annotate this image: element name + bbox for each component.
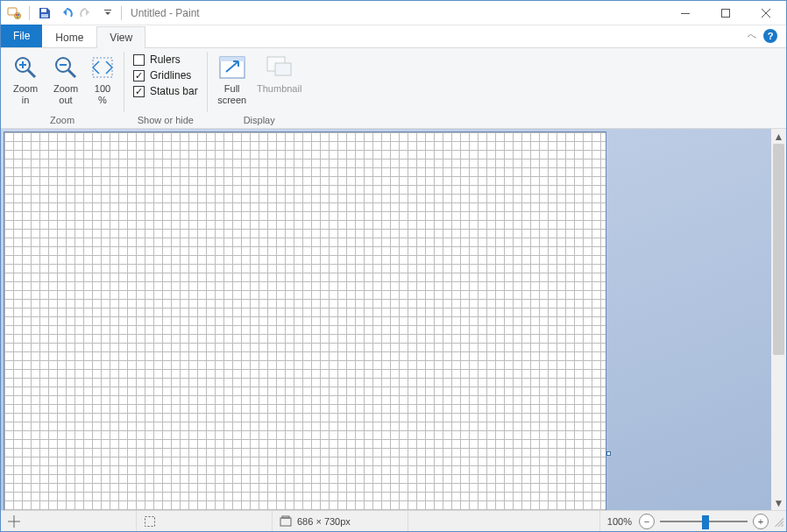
zoom-in-status-button[interactable]: + (753, 514, 769, 529)
ribbon-tabs: File Home View へ ? (1, 25, 786, 48)
gridlines-label: Gridlines (150, 69, 191, 82)
checkbox-box: ✓ (133, 86, 145, 97)
resize-grip-icon[interactable] (772, 515, 784, 528)
show-or-hide-group-label: Show or hide (138, 112, 194, 128)
svg-rect-5 (41, 9, 46, 12)
canvas-viewport[interactable] (1, 129, 771, 510)
zoom-in-label: Zoom in (13, 83, 38, 105)
zoom-100-button[interactable]: 100 % (87, 52, 118, 107)
svg-rect-9 (722, 9, 730, 17)
thumbnail-button: Thumbnail (253, 52, 306, 96)
status-selection (137, 511, 273, 531)
zoom-out-label: Zoom out (53, 83, 78, 105)
display-group: Full screen Thumbnail Display (208, 48, 311, 128)
cursor-position-icon (8, 515, 20, 528)
zoom-out-button[interactable]: Zoom out (46, 52, 85, 107)
svg-rect-23 (280, 518, 291, 526)
resize-handle-right[interactable] (606, 451, 611, 456)
svg-point-3 (18, 14, 19, 16)
window-controls (665, 1, 786, 25)
scroll-track[interactable] (771, 144, 786, 495)
full-screen-label: Full screen (217, 83, 246, 105)
redo-button[interactable] (77, 4, 96, 23)
full-screen-button[interactable]: Full screen (213, 52, 252, 107)
zoom-in-button[interactable]: Zoom in (6, 52, 45, 107)
svg-line-15 (68, 70, 75, 77)
minimize-button[interactable] (665, 1, 705, 25)
show-or-hide-group: Rulers ✓ Gridlines ✓ Status bar Show or … (124, 48, 207, 128)
status-coords (1, 511, 137, 531)
scroll-up-button[interactable]: ▲ (771, 129, 786, 144)
statusbar-checkbox[interactable]: ✓ Status bar (133, 85, 198, 97)
zoom-out-status-button[interactable]: − (639, 514, 655, 529)
svg-rect-7 (104, 10, 111, 11)
view-tab[interactable]: View (96, 26, 145, 48)
rulers-checkbox[interactable]: Rulers (133, 53, 198, 66)
zoom-group: Zoom in Zoom out 100 % Zoom (1, 48, 124, 128)
home-tab[interactable]: Home (42, 26, 96, 48)
gridlines-checkbox[interactable]: ✓ Gridlines (133, 69, 198, 82)
thumbnail-label: Thumbnail (257, 83, 301, 95)
zoom-group-label: Zoom (50, 112, 74, 128)
zoom-in-icon (11, 53, 39, 82)
svg-rect-21 (275, 63, 291, 75)
svg-rect-24 (282, 516, 289, 518)
svg-rect-6 (41, 14, 48, 18)
workspace: ▲ ▼ (1, 129, 786, 510)
file-tab[interactable]: File (1, 25, 42, 47)
window-title: Untitled - Paint (131, 7, 200, 19)
collapse-ribbon-button[interactable]: へ (748, 30, 756, 42)
qat-customize-button[interactable] (98, 4, 117, 23)
status-size-text: 686 × 730px (297, 516, 351, 527)
close-button[interactable] (746, 1, 786, 25)
svg-line-11 (28, 70, 35, 77)
svg-point-4 (17, 16, 18, 18)
thumbnail-icon (266, 53, 294, 82)
zoom-out-icon (52, 53, 80, 82)
zoom-slider[interactable] (660, 514, 748, 529)
rulers-label: Rulers (150, 53, 181, 66)
image-size-icon (280, 515, 292, 528)
display-group-label: Display (244, 112, 275, 128)
status-filesize (408, 511, 600, 531)
zoom-100-label: 100 % (95, 83, 110, 105)
scroll-thumb[interactable] (773, 144, 784, 355)
status-size: 686 × 730px (273, 511, 408, 531)
maximize-button[interactable] (705, 1, 746, 25)
vertical-scrollbar[interactable]: ▲ ▼ (771, 129, 786, 510)
zoom-100-icon (89, 53, 117, 82)
svg-rect-22 (145, 516, 155, 526)
title-bar: Untitled - Paint (1, 1, 786, 25)
canvas[interactable] (4, 132, 606, 510)
zoom-level-label: 100% (600, 516, 639, 527)
svg-rect-8 (681, 13, 690, 14)
svg-rect-17 (93, 58, 112, 77)
help-button[interactable]: ? (763, 29, 777, 43)
status-bar: 686 × 730px 100% − + (1, 510, 786, 531)
quick-access-toolbar (1, 4, 117, 23)
ribbon: Zoom in Zoom out 100 % Zoom (1, 48, 786, 129)
app-icon[interactable] (4, 4, 24, 23)
svg-point-2 (16, 14, 18, 16)
full-screen-icon (218, 53, 246, 82)
save-button[interactable] (35, 4, 54, 23)
scroll-down-button[interactable]: ▼ (771, 495, 786, 510)
checkbox-box (133, 54, 145, 66)
statusbar-label: Status bar (150, 85, 198, 97)
zoom-slider-thumb[interactable] (702, 515, 709, 529)
checkbox-box: ✓ (133, 70, 145, 82)
svg-rect-19 (220, 57, 245, 61)
undo-button[interactable] (56, 4, 75, 23)
selection-size-icon (144, 515, 156, 528)
